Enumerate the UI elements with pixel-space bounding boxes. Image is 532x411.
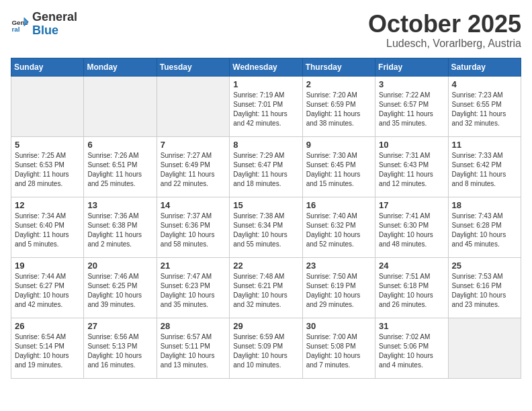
day-number: 1 — [233, 79, 298, 89]
day-info: Sunrise: 7:33 AM Sunset: 6:42 PM Dayligh… — [452, 151, 517, 189]
calendar-cell: 8Sunrise: 7:29 AM Sunset: 6:47 PM Daylig… — [230, 136, 302, 197]
calendar-cell: 21Sunrise: 7:47 AM Sunset: 6:23 PM Dayli… — [157, 257, 229, 318]
calendar-cell: 10Sunrise: 7:31 AM Sunset: 6:43 PM Dayli… — [375, 136, 448, 197]
day-number: 15 — [233, 200, 298, 210]
day-number: 4 — [452, 79, 517, 89]
day-number: 22 — [233, 261, 298, 271]
day-info: Sunrise: 7:53 AM Sunset: 6:16 PM Dayligh… — [452, 272, 517, 310]
day-info: Sunrise: 6:57 AM Sunset: 5:11 PM Dayligh… — [161, 332, 226, 370]
day-info: Sunrise: 7:00 AM Sunset: 5:08 PM Dayligh… — [306, 332, 371, 370]
day-number: 12 — [15, 200, 80, 210]
day-info: Sunrise: 7:29 AM Sunset: 6:47 PM Dayligh… — [233, 151, 298, 189]
calendar-cell: 4Sunrise: 7:23 AM Sunset: 6:55 PM Daylig… — [448, 76, 521, 136]
calendar-cell: 31Sunrise: 7:02 AM Sunset: 5:06 PM Dayli… — [375, 318, 448, 378]
day-number: 31 — [379, 321, 444, 331]
day-header-friday: Friday — [375, 58, 448, 76]
logo-general: General — [32, 11, 77, 24]
calendar-cell: 16Sunrise: 7:40 AM Sunset: 6:32 PM Dayli… — [302, 197, 375, 257]
day-info: Sunrise: 7:34 AM Sunset: 6:40 PM Dayligh… — [15, 212, 80, 249]
calendar-cell: 5Sunrise: 7:25 AM Sunset: 6:53 PM Daylig… — [11, 136, 84, 197]
day-info: Sunrise: 7:30 AM Sunset: 6:45 PM Dayligh… — [306, 151, 371, 189]
calendar-body: 1Sunrise: 7:19 AM Sunset: 7:01 PM Daylig… — [11, 76, 521, 378]
day-info: Sunrise: 7:31 AM Sunset: 6:43 PM Dayligh… — [379, 151, 444, 189]
day-info: Sunrise: 6:59 AM Sunset: 5:09 PM Dayligh… — [233, 332, 298, 370]
day-info: Sunrise: 7:26 AM Sunset: 6:51 PM Dayligh… — [87, 151, 152, 189]
week-row-1: 1Sunrise: 7:19 AM Sunset: 7:01 PM Daylig… — [11, 76, 521, 136]
calendar-cell: 23Sunrise: 7:50 AM Sunset: 6:19 PM Dayli… — [302, 257, 375, 318]
week-row-3: 12Sunrise: 7:34 AM Sunset: 6:40 PM Dayli… — [11, 197, 521, 257]
calendar-cell: 25Sunrise: 7:53 AM Sunset: 6:16 PM Dayli… — [448, 257, 521, 318]
page-header: Gene ral General Blue October 2025 Ludes… — [11, 11, 521, 50]
day-number: 21 — [161, 261, 226, 271]
day-number: 24 — [379, 261, 444, 271]
day-number: 10 — [379, 140, 444, 150]
day-number: 29 — [233, 321, 298, 331]
logo-blue: Blue — [32, 24, 77, 38]
day-info: Sunrise: 7:22 AM Sunset: 6:57 PM Dayligh… — [379, 91, 444, 128]
day-number: 19 — [15, 261, 80, 271]
calendar-cell: 12Sunrise: 7:34 AM Sunset: 6:40 PM Dayli… — [11, 197, 84, 257]
day-info: Sunrise: 7:41 AM Sunset: 6:30 PM Dayligh… — [379, 212, 444, 249]
day-number: 18 — [452, 200, 517, 210]
calendar-cell: 26Sunrise: 6:54 AM Sunset: 5:14 PM Dayli… — [11, 318, 84, 378]
day-info: Sunrise: 7:51 AM Sunset: 6:18 PM Dayligh… — [379, 272, 444, 310]
calendar-cell: 29Sunrise: 6:59 AM Sunset: 5:09 PM Dayli… — [230, 318, 302, 378]
day-header-saturday: Saturday — [448, 58, 521, 76]
day-info: Sunrise: 7:50 AM Sunset: 6:19 PM Dayligh… — [306, 272, 371, 310]
day-header-sunday: Sunday — [11, 58, 84, 76]
day-info: Sunrise: 7:40 AM Sunset: 6:32 PM Dayligh… — [306, 212, 371, 249]
calendar-header-row: SundayMondayTuesdayWednesdayThursdayFrid… — [11, 58, 521, 76]
day-info: Sunrise: 7:20 AM Sunset: 6:59 PM Dayligh… — [306, 91, 371, 128]
day-info: Sunrise: 7:23 AM Sunset: 6:55 PM Dayligh… — [452, 91, 517, 128]
day-number: 2 — [306, 79, 371, 89]
day-number: 25 — [452, 261, 517, 271]
day-number: 5 — [15, 140, 80, 150]
calendar-cell: 27Sunrise: 6:56 AM Sunset: 5:13 PM Dayli… — [84, 318, 157, 378]
week-row-5: 26Sunrise: 6:54 AM Sunset: 5:14 PM Dayli… — [11, 318, 521, 378]
day-info: Sunrise: 7:46 AM Sunset: 6:25 PM Dayligh… — [87, 272, 152, 310]
calendar-cell: 11Sunrise: 7:33 AM Sunset: 6:42 PM Dayli… — [448, 136, 521, 197]
day-number: 9 — [306, 140, 371, 150]
day-number: 11 — [452, 140, 517, 150]
title-area: October 2025 Ludesch, Vorarlberg, Austri… — [368, 11, 521, 50]
day-number: 28 — [161, 321, 226, 331]
day-info: Sunrise: 7:38 AM Sunset: 6:34 PM Dayligh… — [233, 212, 298, 249]
day-info: Sunrise: 7:47 AM Sunset: 6:23 PM Dayligh… — [161, 272, 226, 310]
day-info: Sunrise: 6:54 AM Sunset: 5:14 PM Dayligh… — [15, 332, 80, 370]
day-info: Sunrise: 7:43 AM Sunset: 6:28 PM Dayligh… — [452, 212, 517, 249]
day-number: 3 — [379, 79, 444, 89]
calendar-table: SundayMondayTuesdayWednesdayThursdayFrid… — [11, 58, 521, 379]
day-number: 17 — [379, 200, 444, 210]
day-info: Sunrise: 7:36 AM Sunset: 6:38 PM Dayligh… — [87, 212, 152, 249]
day-info: Sunrise: 6:56 AM Sunset: 5:13 PM Dayligh… — [87, 332, 152, 370]
calendar-cell: 13Sunrise: 7:36 AM Sunset: 6:38 PM Dayli… — [84, 197, 157, 257]
calendar-cell: 9Sunrise: 7:30 AM Sunset: 6:45 PM Daylig… — [302, 136, 375, 197]
day-number: 23 — [306, 261, 371, 271]
day-number: 27 — [87, 321, 152, 331]
calendar-cell — [11, 76, 84, 136]
calendar-cell: 19Sunrise: 7:44 AM Sunset: 6:27 PM Dayli… — [11, 257, 84, 318]
week-row-4: 19Sunrise: 7:44 AM Sunset: 6:27 PM Dayli… — [11, 257, 521, 318]
day-number: 14 — [161, 200, 226, 210]
week-row-2: 5Sunrise: 7:25 AM Sunset: 6:53 PM Daylig… — [11, 136, 521, 197]
calendar-cell: 15Sunrise: 7:38 AM Sunset: 6:34 PM Dayli… — [230, 197, 302, 257]
calendar-cell — [448, 318, 521, 378]
svg-text:ral: ral — [11, 26, 19, 33]
day-info: Sunrise: 7:37 AM Sunset: 6:36 PM Dayligh… — [161, 212, 226, 249]
calendar-cell: 18Sunrise: 7:43 AM Sunset: 6:28 PM Dayli… — [448, 197, 521, 257]
calendar-cell: 30Sunrise: 7:00 AM Sunset: 5:08 PM Dayli… — [302, 318, 375, 378]
calendar-cell: 7Sunrise: 7:27 AM Sunset: 6:49 PM Daylig… — [157, 136, 229, 197]
day-info: Sunrise: 7:25 AM Sunset: 6:53 PM Dayligh… — [15, 151, 80, 189]
day-number: 7 — [161, 140, 226, 150]
calendar-cell: 2Sunrise: 7:20 AM Sunset: 6:59 PM Daylig… — [302, 76, 375, 136]
day-number: 8 — [233, 140, 298, 150]
day-info: Sunrise: 7:27 AM Sunset: 6:49 PM Dayligh… — [161, 151, 226, 189]
calendar-cell: 14Sunrise: 7:37 AM Sunset: 6:36 PM Dayli… — [157, 197, 229, 257]
day-number: 26 — [15, 321, 80, 331]
day-number: 16 — [306, 200, 371, 210]
day-info: Sunrise: 7:48 AM Sunset: 6:21 PM Dayligh… — [233, 272, 298, 310]
month-title: October 2025 — [368, 11, 521, 38]
logo: Gene ral General Blue — [11, 11, 77, 38]
day-number: 6 — [87, 140, 152, 150]
day-number: 20 — [87, 261, 152, 271]
